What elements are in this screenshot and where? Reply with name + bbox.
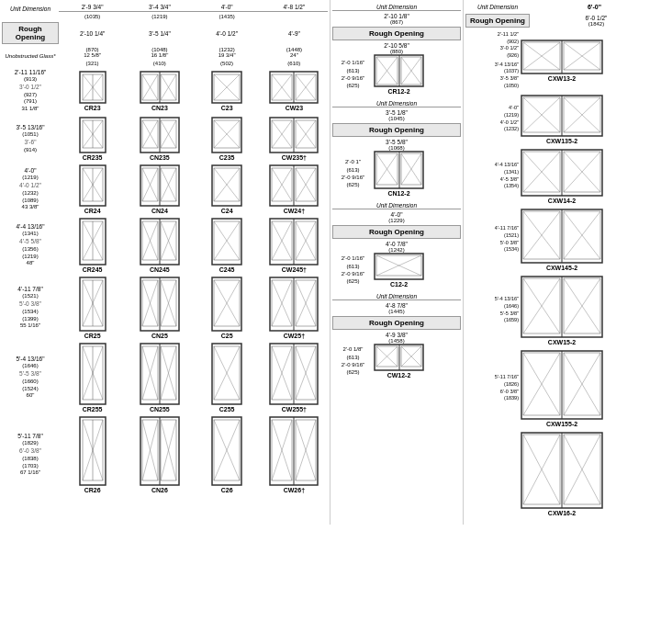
right-dim-cxw13-2: 2'-11 1/2" (902) 3'-0 1/2" (926) 3'-4 13… [465,31,521,90]
window-c255: C255 [194,343,261,412]
cn245-icon [140,218,180,266]
window-cr235: CR235 [59,117,126,161]
cw255-label: CW255† [282,406,307,412]
cn26-icon [140,416,180,486]
right-win-cxw145-2: CXW145-2 [521,209,603,271]
cw23-label: CW23 [286,105,303,111]
left-header-row: Unit Dimension 2'-9 3/4" 3'-4 3/4" 4'-0"… [2,4,328,12]
cw26-label: CW26† [284,487,305,493]
cxw135-2-icon [521,95,603,137]
cn24-icon [140,164,180,207]
cn245-label: CN245 [150,266,170,273]
window-row-24: 4'-0" (1219) 4'-0 1/2" (1232) (1089) 43 … [2,164,328,214]
mid-rough-3: Rough Opening [332,225,461,239]
section-left: Unit Dimension 2'-9 3/4" 3'-4 3/4" 4'-0"… [0,0,330,525]
window-cn25: CN25 [126,277,193,339]
dim-col-235: 3'-5 13/16" (1051) 3'-6" (914) [2,124,59,153]
col-header-1: 2'-9 3/4" [59,4,126,12]
dim-col-23: 2'-11 11/16" (913) 3'-0 1/2" (927) (791)… [2,69,59,113]
windows-row-24: CR24 CN24 [59,164,328,214]
window-c245: C245 [194,218,261,273]
cw25-label: CW25† [284,333,305,339]
window-cw25: CW25† [261,277,328,339]
cn23-icon [140,71,180,104]
windows-row-245: CR245 CN245 [59,218,328,273]
windows-row-23: CR23 CN23 [59,71,328,111]
right-win-cxw155-2: CXW155-2 [521,350,603,427]
mid-rough-4: Rough Opening [332,316,461,330]
cr25-icon [79,277,106,332]
right-win-cxw14-2: CXW14-2 [521,149,603,204]
page: Unit Dimension 2'-9 3/4" 3'-4 3/4" 4'-0"… [0,0,661,525]
c12-2-label: C12-2 [390,281,408,288]
cn25-icon [140,277,180,332]
mid-unit-dim-header-4: Unit Dimension [332,293,461,300]
cn255-icon [140,343,180,405]
svg-rect-113 [212,277,241,331]
cw25-icon [269,277,319,332]
right-block-cxw155-2: 5'-11 7/16" (1826) 6'-0 3/8" (1839) CXW1… [465,350,659,427]
cr26-icon [79,416,106,486]
cn26-label: CN26 [151,487,168,493]
c235-icon [211,117,242,153]
col-header-4: 4'-8 1/2" [261,4,328,12]
window-cw255: CW255† [261,343,328,412]
window-cr255: CR255 [59,343,126,412]
window-row-25: 4'-11 7/8" (1521) 5'-0 3/8" (1534) (1399… [2,277,328,339]
cw26-icon [269,416,319,486]
windows-row-235: CR235 CN235 [59,117,328,161]
cxw145-2-label: CXW145-2 [546,265,577,271]
c26-label: C26 [221,487,233,493]
c235-label: C235 [219,154,235,161]
cn255-label: CN255 [150,406,170,412]
c24-icon [211,164,242,207]
right-unit-dim-header: Unit Dimension [465,4,530,10]
cxw155-2-label: CXW155-2 [546,421,577,427]
window-cr245: CR245 [59,218,126,273]
cr245-icon [79,218,106,266]
cxw13-2-label: CXW13-2 [548,75,576,82]
right-block-cxw13-2: 2'-11 1/2" (902) 3'-0 1/2" (926) 3'-4 13… [465,31,659,90]
rough-opening-label-left: Rough Opening [2,22,59,44]
right-block-cxw145-2: 4'-11 7/16" (1521) 5'-0 3/8" (1534) CXW1… [465,209,659,271]
cxw14-2-icon [521,149,603,197]
cr23-label: CR23 [84,105,101,111]
mid-dim-c12-2: 2'-0 1/16" (613) 2'-0 9/16" (625) [332,254,374,286]
window-cw245: CW245† [261,218,328,273]
mid-block-cw12-2: 2'-0 1/8" (613) 2'-0 9/16" (625) [332,344,461,378]
window-row-245: 4'-4 13/16" (1341) 4'-5 5/8" (1356) (121… [2,218,328,273]
window-cr26: CR26 [59,416,126,493]
col-header-3: 4'-0" [194,4,261,12]
right-dim-cxw14-2: 4'-4 13/16" (1341) 4'-5 3/8" (1354) [465,162,521,190]
window-row-255: 5'-4 13/16" (1646) 5'-5 3/8" (1660) (152… [2,343,328,412]
cxw155-2-icon [521,350,603,420]
dim-col-25: 4'-11 7/8" (1521) 5'-0 3/8" (1534) (1399… [2,286,59,330]
cr235-icon [79,117,106,153]
cw23-icon [269,71,319,104]
right-block-cxw15-2: 5'-4 13/16" (1646) 5'-5 3/8" (1659) CXW1… [465,276,659,345]
mid-block-c12-2: 2'-0 1/16" (613) 2'-0 9/16" (625) C12-2 [332,253,461,288]
dim-col-255: 5'-4 13/16" (1646) 5'-5 3/8" (1660) (152… [2,356,59,400]
right-win-cxw135-2: CXW135-2 [521,95,603,144]
right-dim-cxw155-2: 5'-11 7/16" (1826) 6'-0 3/8" (1839) [465,374,521,402]
cxw15-2-label: CXW15-2 [548,339,576,345]
mid-unit-dim-header: Unit Dimension [332,4,461,11]
window-cw24: CW24† [261,164,328,214]
window-c25: C25 [194,277,261,339]
c24-label: C24 [221,208,233,214]
window-cw23: CW23 [261,71,328,111]
c23-icon [211,71,242,104]
cxw14-2-label: CXW14-2 [548,198,576,204]
window-cn235: CN235 [126,117,193,161]
right-win-cxw13-2: CXW13-2 [521,40,603,82]
header-cols: 2'-9 3/4" 3'-4 3/4" 4'-0" 4'-8 1/2" [59,4,328,12]
right-rough-label: Rough Opening [465,14,530,28]
c23-label: C23 [221,105,233,111]
cw24-icon [269,164,319,207]
window-cw235: CW235† [261,117,328,161]
windows-row-25: CR25 CN25 [59,277,328,339]
cr255-label: CR255 [83,406,103,412]
cxw13-2-icon [521,40,603,74]
window-c24: C24 [194,164,261,214]
mid-dim-cr12-2: 2'-0 1/16" (613) 2'-0 9/16" (625) [332,59,374,90]
